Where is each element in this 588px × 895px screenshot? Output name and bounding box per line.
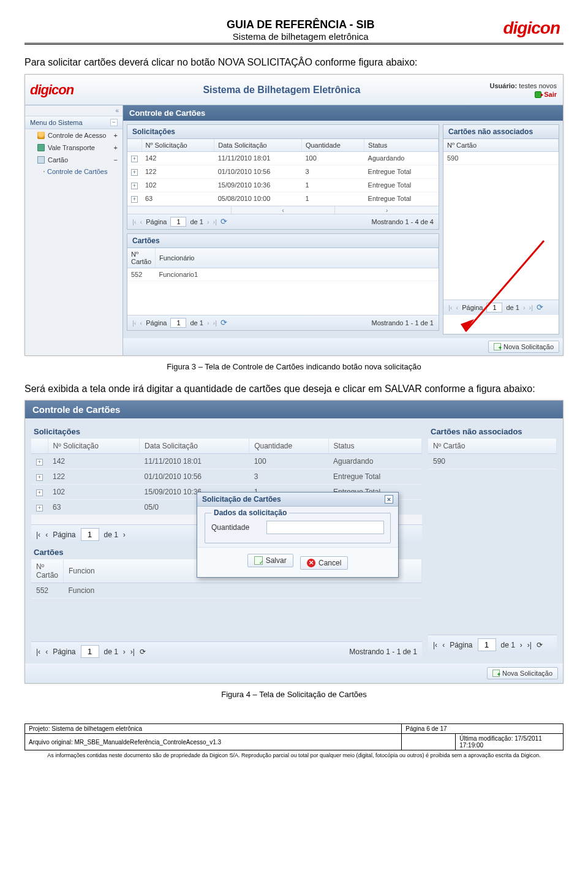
last-page-icon[interactable]: ›| xyxy=(527,641,532,649)
col-n-solicitacao[interactable]: Nº Solicitação xyxy=(48,439,140,454)
table-row[interactable]: 552 Funcionario1 xyxy=(127,268,439,281)
doc-header: GUIA DE REFERÊNCIA - SIB Sistema de bilh… xyxy=(24,18,564,45)
col-n-cartao[interactable]: Nº Cartão xyxy=(127,248,156,268)
prev-page-icon[interactable]: ‹ xyxy=(140,218,143,225)
cancel-label: Cancel xyxy=(318,559,341,567)
quantidade-input[interactable] xyxy=(266,521,384,534)
prev-page-icon[interactable]: ‹ xyxy=(45,531,48,539)
page-input[interactable] xyxy=(81,645,99,658)
next-page-icon[interactable]: › xyxy=(123,531,126,539)
nova-solicitacao-button[interactable]: Nova Solicitação xyxy=(488,341,559,353)
bus-icon xyxy=(37,144,45,151)
expand-icon[interactable]: + xyxy=(114,132,118,139)
table-row[interactable]: +12201/10/2010 10:563Entregue Total xyxy=(31,469,422,485)
reload-icon[interactable]: ⟳ xyxy=(221,217,227,226)
page-input[interactable] xyxy=(170,217,186,227)
next-page-icon[interactable]: › xyxy=(207,319,209,327)
col-data[interactable]: Data Solicitação xyxy=(214,139,302,152)
cell-n: 552 xyxy=(127,268,156,281)
grid-title-solicitacoes-2: Solicitações xyxy=(31,423,422,439)
expand-row-icon[interactable]: + xyxy=(36,474,43,481)
col-func[interactable]: Funcionário xyxy=(156,248,439,268)
first-page-icon[interactable]: |‹ xyxy=(433,641,437,649)
logout-link[interactable]: Sair xyxy=(490,91,557,98)
last-page-icon[interactable]: ›| xyxy=(130,648,135,656)
scroll-right-icon[interactable]: › xyxy=(334,206,439,214)
nova-solicitacao-button-2[interactable]: Nova Solicitação xyxy=(487,667,558,679)
table-row[interactable]: +10215/09/2010 10:361Entregue Total xyxy=(127,178,439,192)
cell-data: 11/11/2010 18:01 xyxy=(140,454,249,469)
sidebar-collapse-icon[interactable]: « xyxy=(25,105,123,116)
prev-page-icon[interactable]: ‹ xyxy=(456,304,459,311)
expand-row-icon[interactable]: + xyxy=(131,156,138,162)
table-row[interactable]: 590 xyxy=(443,151,559,164)
prev-page-icon[interactable]: ‹ xyxy=(45,648,48,656)
menu-item-cartao[interactable]: Cartão − xyxy=(25,154,123,166)
first-page-icon[interactable]: |‹ xyxy=(132,319,137,327)
pager-nao-assoc-2: |‹ ‹ Página de 1 › ›| ⟳ xyxy=(428,635,557,654)
first-page-icon[interactable]: |‹ xyxy=(132,218,137,225)
cell-qtd: 100 xyxy=(249,454,328,469)
table-row[interactable]: +6305/08/2010 10:001Entregue Total xyxy=(127,192,439,205)
col-qtd[interactable]: Quantidade xyxy=(249,439,328,454)
col-status[interactable]: Status xyxy=(328,439,421,454)
grid-title-cartoes: Cartões xyxy=(127,234,439,248)
table-row[interactable]: +12201/10/2010 10:563Entregue Total xyxy=(127,165,439,178)
expand-row-icon[interactable]: + xyxy=(36,489,43,496)
scroll-left-icon[interactable]: ‹ xyxy=(231,206,335,214)
reload-icon[interactable]: ⟳ xyxy=(221,318,227,327)
next-page-icon[interactable]: › xyxy=(123,648,126,656)
next-page-icon[interactable]: › xyxy=(523,304,526,311)
menu-sub-controle-cartoes[interactable]: Controle de Cartões xyxy=(25,166,123,177)
col-qtd[interactable]: Quantidade xyxy=(301,139,364,152)
cancel-button[interactable]: ✕ Cancel xyxy=(300,556,348,570)
first-page-icon[interactable]: |‹ xyxy=(36,531,40,539)
first-page-icon[interactable]: |‹ xyxy=(36,648,40,656)
expand-row-icon[interactable]: + xyxy=(36,505,43,512)
table-row[interactable]: 552Funcion xyxy=(31,583,422,599)
col-data[interactable]: Data Solicitação xyxy=(140,439,249,454)
sidebar: « Menu do Sistema − Controle de Acesso +… xyxy=(25,105,123,355)
first-page-icon[interactable]: |‹ xyxy=(448,304,453,311)
last-page-icon[interactable]: ›| xyxy=(213,218,217,225)
expand-row-icon[interactable]: + xyxy=(131,196,138,203)
mod-label: Última modificação: xyxy=(459,735,513,742)
col-status[interactable]: Status xyxy=(364,139,439,152)
reload-icon[interactable]: ⟳ xyxy=(537,641,543,649)
pager-nao-assoc: |‹ ‹ Página de 1 › ›| ⟳ xyxy=(443,300,559,315)
close-icon[interactable]: × xyxy=(385,495,393,504)
expand-row-icon[interactable]: + xyxy=(36,459,43,466)
expand-icon[interactable]: + xyxy=(114,144,118,151)
reload-icon[interactable]: ⟳ xyxy=(140,648,146,656)
table-row[interactable]: +14211/11/2010 18:01100Aguardando xyxy=(127,151,439,165)
page-input[interactable] xyxy=(170,318,186,328)
grid-nao-assoc-2: Nº Cartão 590 xyxy=(428,439,557,469)
last-page-icon[interactable]: ›| xyxy=(213,319,217,327)
menu-item-acesso[interactable]: Controle de Acesso + xyxy=(25,129,123,142)
page-input[interactable] xyxy=(478,638,496,651)
menu-collapse-icon[interactable]: − xyxy=(110,119,118,126)
prev-page-icon[interactable]: ‹ xyxy=(140,319,143,327)
last-page-icon[interactable]: ›| xyxy=(529,304,533,311)
pager-showing: Mostrando 1 - 4 de 4 xyxy=(371,218,434,225)
expand-row-icon[interactable]: + xyxy=(131,183,138,189)
col-n-cartao[interactable]: Nº Cartão xyxy=(443,139,559,152)
col-n-solicitacao[interactable]: Nº Solicitação xyxy=(141,139,214,152)
menu-item-vale[interactable]: Vale Transporte + xyxy=(25,142,123,154)
app-screenshot-2: Controle de Cartões Solicitações Nº Soli… xyxy=(24,400,564,684)
col-n-cartao[interactable]: Nº Cartão xyxy=(31,559,64,583)
col-n-cartao[interactable]: Nº Cartão xyxy=(428,439,557,454)
prev-page-icon[interactable]: ‹ xyxy=(442,641,445,649)
expand-row-icon[interactable]: + xyxy=(131,169,138,176)
page-input[interactable] xyxy=(486,303,502,312)
modal-solicitacao: Solicitação de Cartões × Dados da solici… xyxy=(197,492,399,578)
collapse-icon[interactable]: − xyxy=(114,156,118,164)
table-row[interactable]: 590 xyxy=(428,454,557,469)
salvar-button[interactable]: Salvar xyxy=(247,554,293,567)
next-page-icon[interactable]: › xyxy=(520,641,522,649)
next-page-icon[interactable]: › xyxy=(207,218,209,225)
reload-icon[interactable]: ⟳ xyxy=(537,303,543,312)
pager-of: de 1 xyxy=(104,648,118,656)
page-input[interactable] xyxy=(81,528,99,541)
table-row[interactable]: +14211/11/2010 18:01100Aguardando xyxy=(31,454,422,469)
